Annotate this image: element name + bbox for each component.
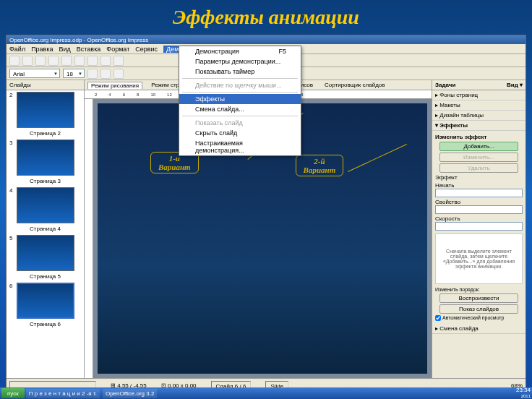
titlebar: OpenOffice.org Impress.odp - OpenOffice.… (7, 35, 525, 44)
slide-thumb[interactable]: 3Страница 3 (7, 138, 84, 186)
menu-format[interactable]: Формат (106, 46, 129, 53)
menu-item-timer[interactable]: Показывать таймер (179, 66, 301, 77)
arrow-to-panel (348, 144, 407, 172)
window-title: OpenOffice.org Impress.odp - OpenOffice.… (9, 37, 148, 43)
task-view-menu[interactable]: Вид ▾ (507, 82, 523, 88)
menu-item-custom[interactable]: Настраиваемая демонстрация... (179, 138, 301, 155)
slideshow-button[interactable]: Показ слайдов (439, 304, 518, 314)
task-effects[interactable]: Эффекты (432, 121, 525, 131)
menu-insert[interactable]: Вставка (77, 46, 100, 53)
save-icon[interactable] (35, 56, 46, 66)
add-effect-button[interactable]: Добавить... (439, 142, 518, 151)
menu-view[interactable]: Вид (59, 46, 71, 53)
os-taskbar: пуск П р е з е н т а ц и и 2 -я т. OpenO… (0, 387, 532, 399)
slide-panel: Слайды 2Страница 23Страница 34Страница 4… (7, 80, 85, 378)
menu-tools[interactable]: Сервис (135, 46, 158, 53)
task-panel: Задачи Вид ▾ Фоны страниц Макеты Дизайн … (432, 80, 525, 378)
task-header: Задачи Вид ▾ (432, 80, 525, 90)
undo-icon[interactable] (100, 56, 111, 66)
effect-hint: Сначала выделите элемент слайда, затем щ… (435, 233, 523, 284)
menu-item-params[interactable]: Параметры демонстрации... (179, 56, 301, 66)
italic-icon[interactable] (100, 69, 111, 79)
effect-section: Изменить эффект Добавить... Изменить... … (432, 131, 525, 324)
system-clock[interactable]: 23:34 2011 (516, 387, 531, 399)
paste-icon[interactable] (87, 56, 98, 66)
tab-sorter[interactable]: Сортировщик слайдов (322, 82, 388, 88)
impress-window: OpenOffice.org Impress.odp - OpenOffice.… (6, 35, 526, 393)
start-combo[interactable] (435, 189, 523, 197)
menu-file[interactable]: Файл (9, 46, 25, 53)
task-backgrounds[interactable]: Фоны страниц (432, 90, 525, 100)
property-combo[interactable] (435, 205, 523, 214)
slideshow-dropdown: ДемонстрацияF5 Параметры демонстрации...… (179, 46, 301, 156)
remove-effect-button[interactable]: Удалить (439, 163, 518, 173)
print-icon[interactable] (48, 56, 59, 66)
change-effect-label: Изменить эффект (435, 134, 523, 140)
slide-panel-title: Слайды (7, 80, 84, 90)
taskbar-app2[interactable]: OpenOffice.org 3.2 (103, 389, 157, 398)
menu-item-effects[interactable]: Эффекты (179, 94, 301, 104)
ruler-vertical (85, 99, 93, 378)
callout-variant2[interactable]: 2-й Вариант (296, 155, 344, 176)
menu-item-click-action[interactable]: Действие по щелчку мыши... (179, 80, 301, 90)
auto-preview-check[interactable]: Автоматический просмотр (435, 315, 523, 321)
font-combo[interactable]: Arial (9, 69, 60, 78)
open-icon[interactable] (22, 56, 33, 66)
menu-item-demo[interactable]: ДемонстрацияF5 (179, 46, 301, 56)
bold-icon[interactable] (87, 69, 98, 79)
menu-edit[interactable]: Правка (31, 46, 53, 53)
underline-icon[interactable] (113, 69, 124, 79)
fontsize-combo[interactable]: 18 (63, 69, 85, 78)
presentation-title: Эффекты анимации (0, 0, 532, 35)
menu-item-change-slide[interactable]: Смена слайда... (179, 104, 301, 114)
order-label: Изменить порядок: (435, 287, 523, 292)
taskbar-app1[interactable]: П р е з е н т а ц и и 2 -я т. (26, 389, 100, 398)
new-icon[interactable] (9, 56, 20, 66)
slide-thumb[interactable]: 4Страница 4 (7, 186, 84, 233)
task-layouts[interactable]: Макеты (432, 100, 525, 111)
modify-effect-button[interactable]: Изменить... (439, 153, 518, 162)
menu-item-hide-slide[interactable]: Скрыть слайд (179, 128, 301, 138)
cut-icon[interactable] (61, 56, 72, 66)
speed-combo[interactable] (435, 222, 523, 231)
task-transition[interactable]: Смена слайда (432, 324, 525, 334)
task-table-design[interactable]: Дизайн таблицы (432, 111, 525, 121)
tab-normal[interactable]: Режим рисования (87, 82, 142, 89)
redo-icon[interactable] (113, 56, 124, 66)
copy-icon[interactable] (74, 56, 85, 66)
slide-thumb[interactable]: 2Страница 2 (7, 90, 84, 138)
play-button[interactable]: Воспроизвести (439, 293, 518, 303)
start-button[interactable]: пуск (1, 388, 25, 398)
slide-thumb[interactable]: 5Страница 5 (7, 233, 84, 281)
menu-item-show-slide[interactable]: Показать слайд (179, 118, 301, 128)
slide-thumb[interactable]: 6Страница 6 (7, 281, 84, 329)
